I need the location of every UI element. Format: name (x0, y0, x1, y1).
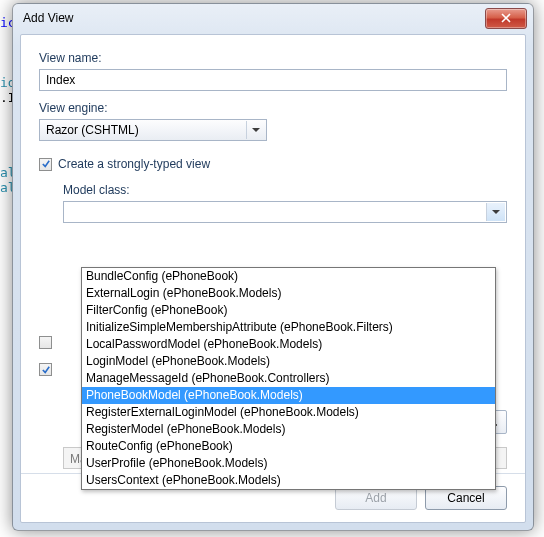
titlebar[interactable]: Add View (13, 4, 533, 32)
model-class-option[interactable]: RegisterExternalLoginModel (ePhoneBook.M… (82, 404, 495, 421)
close-button[interactable] (485, 8, 527, 29)
scaffold-checkbox[interactable] (39, 336, 52, 349)
model-class-option[interactable]: ManageMessageId (ePhoneBook.Controllers) (82, 370, 495, 387)
model-class-option[interactable]: FilterConfig (ePhoneBook) (82, 302, 495, 319)
model-class-option[interactable]: UsersContext (ePhoneBook.Models) (82, 472, 495, 489)
model-class-combo[interactable] (63, 201, 507, 223)
view-name-label: View name: (39, 51, 507, 65)
model-class-dropdown-list[interactable]: BundleConfig (ePhoneBook)ExternalLogin (… (81, 267, 496, 490)
model-class-option[interactable]: RegisterModel (ePhoneBook.Models) (82, 421, 495, 438)
dialog-client-area: View name: View engine: Razor (CSHTML) C… (20, 34, 526, 523)
chevron-down-icon (252, 128, 260, 132)
strongly-typed-label: Create a strongly-typed view (58, 157, 210, 171)
view-name-input[interactable] (39, 69, 507, 91)
strongly-typed-checkbox[interactable] (39, 158, 52, 171)
add-view-dialog: Add View View name: View engine: Razor (… (12, 3, 534, 531)
model-class-option[interactable]: InitializeSimpleMembershipAttribute (ePh… (82, 319, 495, 336)
model-class-option[interactable]: ExternalLogin (ePhoneBook.Models) (82, 285, 495, 302)
model-class-option[interactable]: PhoneBookModel (ePhoneBook.Models) (82, 387, 495, 404)
model-class-dropdown-arrow[interactable] (486, 203, 505, 221)
close-icon (501, 13, 511, 23)
dialog-title: Add View (23, 11, 485, 25)
view-engine-dropdown-arrow[interactable] (246, 121, 265, 139)
model-class-option[interactable]: BundleConfig (ePhoneBook) (82, 268, 495, 285)
reference-scripts-checkbox[interactable] (39, 363, 52, 376)
chevron-down-icon (492, 210, 500, 214)
view-engine-value: Razor (CSHTML) (46, 123, 139, 137)
model-class-label: Model class: (63, 183, 507, 197)
model-class-option[interactable]: UserProfile (ePhoneBook.Models) (82, 455, 495, 472)
view-engine-label: View engine: (39, 101, 507, 115)
view-engine-combo[interactable]: Razor (CSHTML) (39, 119, 267, 141)
model-class-option[interactable]: LoginModel (ePhoneBook.Models) (82, 353, 495, 370)
model-class-option[interactable]: LocalPasswordModel (ePhoneBook.Models) (82, 336, 495, 353)
model-class-option[interactable]: RouteConfig (ePhoneBook) (82, 438, 495, 455)
